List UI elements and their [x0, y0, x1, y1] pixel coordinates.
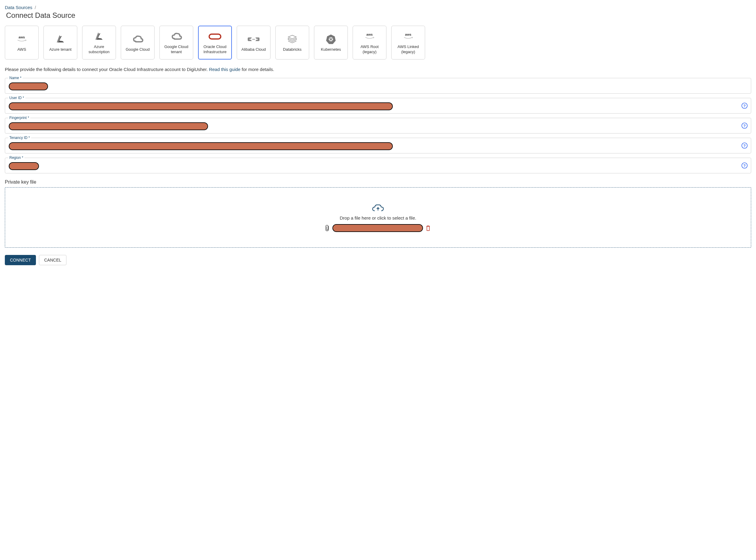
tile-label: Oracle Cloud Infrastructure — [201, 44, 229, 55]
breadcrumb: Data Sources / — [5, 5, 751, 10]
tile-azure-tenant[interactable]: Azure tenant — [43, 26, 77, 60]
tile-label: AWS Root (legacy) — [355, 44, 384, 55]
tile-label: Google Cloud tenant — [162, 44, 190, 55]
page-title: Connect Data Source — [6, 11, 751, 20]
intro-prefix: Please provide the following details to … — [5, 67, 209, 72]
paperclip-icon — [325, 225, 330, 232]
tenancy-id-value-redacted — [9, 142, 393, 150]
svg-text:?: ? — [743, 104, 746, 108]
azure-icon — [94, 31, 104, 43]
breadcrumb-root-link[interactable]: Data Sources — [5, 5, 32, 10]
region-label: Region * — [8, 156, 24, 160]
tile-kubernetes[interactable]: Kubernetes — [314, 26, 348, 60]
help-icon[interactable]: ? — [741, 122, 748, 129]
connect-button[interactable]: CONNECT — [5, 255, 36, 265]
google-cloud-icon — [131, 33, 144, 45]
tile-aws-root-legacy[interactable]: aws AWS Root (legacy) — [353, 26, 386, 60]
tile-databricks[interactable]: Databricks — [275, 26, 309, 60]
uploaded-file-row — [325, 224, 431, 232]
tile-aws-linked-legacy[interactable]: aws AWS Linked (legacy) — [391, 26, 425, 60]
cancel-button[interactable]: CANCEL — [39, 255, 66, 265]
private-key-dropzone[interactable]: Drop a file here or click to select a fi… — [5, 187, 751, 248]
breadcrumb-separator: / — [35, 5, 36, 10]
tile-oci[interactable]: Oracle Cloud Infrastructure — [198, 26, 232, 60]
tile-google-cloud[interactable]: Google Cloud — [121, 26, 155, 60]
uploaded-filename-redacted — [332, 224, 423, 232]
help-icon[interactable]: ? — [741, 142, 748, 149]
svg-text:?: ? — [743, 143, 746, 148]
cloud-upload-icon — [371, 203, 385, 213]
name-value-redacted — [9, 82, 48, 90]
tile-google-cloud-tenant[interactable]: Google Cloud tenant — [159, 26, 193, 60]
private-key-section-label: Private key file — [5, 179, 751, 185]
svg-text:?: ? — [743, 123, 746, 128]
dropzone-text: Drop a file here or click to select a fi… — [340, 215, 416, 220]
user-id-field[interactable]: User ID * ? — [5, 98, 751, 114]
user-id-value-redacted — [9, 102, 393, 110]
help-icon[interactable]: ? — [741, 162, 748, 169]
delete-file-button[interactable] — [425, 225, 431, 231]
oracle-cloud-icon — [208, 31, 222, 43]
fingerprint-field[interactable]: Fingerprint * ? — [5, 118, 751, 134]
action-buttons: CONNECT CANCEL — [5, 255, 751, 265]
tenancy-id-label: Tenancy ID * — [8, 136, 31, 140]
tile-aws[interactable]: aws AWS — [5, 26, 39, 60]
name-label: Name * — [8, 76, 23, 80]
tile-label: Google Cloud — [126, 47, 150, 52]
region-value-redacted — [9, 162, 39, 170]
svg-text:?: ? — [743, 163, 746, 168]
svg-text:aws: aws — [367, 33, 373, 36]
kubernetes-icon — [325, 33, 336, 45]
aws-icon: aws — [15, 33, 28, 45]
svg-text:aws: aws — [19, 35, 25, 39]
tile-label: Azure tenant — [49, 47, 71, 52]
fingerprint-label: Fingerprint * — [8, 116, 30, 120]
tenancy-id-field[interactable]: Tenancy ID * ? — [5, 138, 751, 154]
svg-text:aws: aws — [405, 33, 411, 36]
alibaba-cloud-icon — [247, 33, 260, 45]
tile-label: Databricks — [283, 47, 301, 52]
tile-label: Kubernetes — [321, 47, 341, 52]
form-fields: Name * User ID * ? Fingerprint * ? Tenan… — [5, 78, 751, 173]
google-cloud-icon — [170, 31, 182, 43]
svg-rect-1 — [209, 34, 221, 39]
tile-label: AWS Linked (legacy) — [394, 44, 422, 55]
intro-text: Please provide the following details to … — [5, 67, 751, 72]
fingerprint-value-redacted — [9, 122, 208, 130]
intro-suffix: for more details. — [240, 67, 274, 72]
user-id-label: User ID * — [8, 96, 25, 100]
tile-label: Alibaba Cloud — [242, 47, 266, 52]
help-icon[interactable]: ? — [741, 102, 748, 109]
region-field[interactable]: Region * ? — [5, 158, 751, 173]
aws-icon: aws — [402, 31, 415, 43]
provider-tiles: aws AWS Azure tenant Azure subscription — [5, 26, 751, 60]
tile-label: AWS — [17, 47, 26, 52]
name-field[interactable]: Name * — [5, 78, 751, 94]
aws-icon: aws — [363, 31, 376, 43]
tile-alibaba[interactable]: Alibaba Cloud — [237, 26, 270, 60]
tile-label: Azure subscription — [85, 44, 113, 55]
databricks-icon — [287, 33, 298, 45]
svg-rect-2 — [252, 39, 255, 40]
azure-icon — [55, 33, 66, 45]
tile-azure-subscription[interactable]: Azure subscription — [82, 26, 116, 60]
read-guide-link[interactable]: Read this guide — [209, 67, 240, 72]
